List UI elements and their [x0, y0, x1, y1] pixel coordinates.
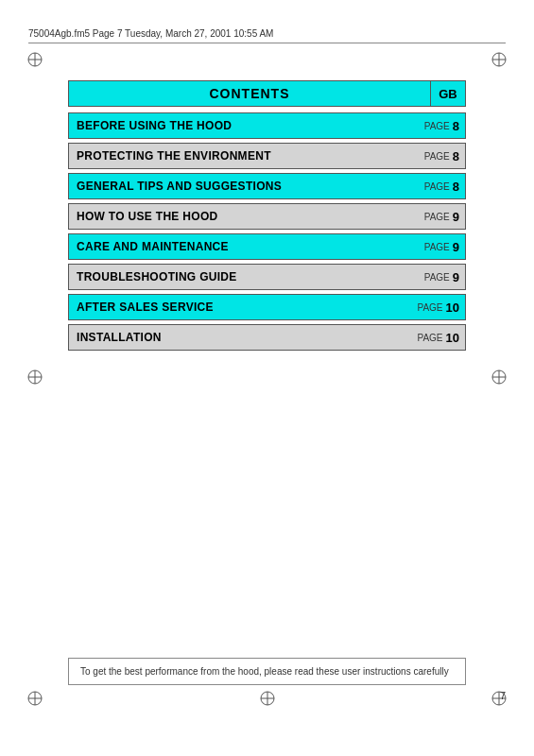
toc-page-word: PAGE: [417, 302, 442, 313]
toc-row-page: PAGE8: [410, 113, 465, 138]
toc-page-num: 10: [446, 331, 459, 345]
toc-row-label: GENERAL TIPS AND SUGGESTIONS: [69, 174, 410, 198]
toc-page-num: 8: [453, 149, 459, 163]
toc-row-label: PROTECTING THE ENVIRONMENT: [69, 144, 410, 168]
toc-row-label: AFTER SALES SERVICE: [69, 295, 410, 319]
toc-page-word: PAGE: [424, 242, 450, 252]
contents-title: CONTENTS: [68, 80, 430, 107]
toc-row: INSTALLATIONPAGE10: [68, 324, 466, 351]
toc-row: HOW TO USE THE HOODPAGE9: [68, 203, 466, 230]
contents-gb-label: GB: [430, 80, 466, 107]
toc-row-page: PAGE8: [410, 144, 465, 168]
corner-mark-bl: [26, 690, 43, 707]
toc-row: BEFORE USING THE HOODPAGE8: [68, 112, 466, 139]
toc-page-num: 9: [453, 270, 459, 284]
toc-row-page: PAGE9: [410, 265, 465, 289]
toc-page-word: PAGE: [424, 212, 450, 222]
page: 75004Agb.fm5 Page 7 Tuesday, March 27, 2…: [0, 0, 534, 756]
content-area: CONTENTS GB BEFORE USING THE HOODPAGE8PR…: [68, 80, 466, 354]
toc-page-num: 10: [446, 301, 459, 315]
toc-row-page: PAGE9: [410, 204, 465, 229]
bottom-note-text: To get the best performance from the hoo…: [80, 666, 449, 677]
corner-mark-bc: [259, 690, 276, 707]
toc-row-label: BEFORE USING THE HOOD: [69, 113, 410, 138]
corner-mark-tl: [26, 51, 43, 68]
toc-row-page: PAGE8: [410, 174, 465, 198]
header-filename: 75004Agb.fm5 Page 7 Tuesday, March 27, 2…: [28, 28, 273, 39]
toc-page-num: 9: [453, 240, 459, 254]
toc-page-word: PAGE: [417, 333, 442, 343]
toc-row-label: HOW TO USE THE HOOD: [69, 204, 410, 229]
toc-page-num: 9: [453, 210, 459, 224]
toc-row: GENERAL TIPS AND SUGGESTIONSPAGE8: [68, 173, 466, 199]
corner-mark-mr: [491, 369, 508, 386]
contents-header: CONTENTS GB: [68, 80, 466, 107]
toc-page-word: PAGE: [424, 151, 450, 162]
page-number: 7: [500, 690, 506, 701]
toc-page-word: PAGE: [424, 121, 450, 131]
toc-page-word: PAGE: [424, 181, 450, 192]
header-bar: 75004Agb.fm5 Page 7 Tuesday, March 27, 2…: [28, 28, 506, 43]
corner-mark-ml: [26, 369, 43, 386]
toc-row-label: INSTALLATION: [69, 325, 410, 350]
toc-row-label: TROUBLESHOOTING GUIDE: [69, 265, 410, 289]
toc-row-page: PAGE10: [410, 325, 465, 350]
toc-row: TROUBLESHOOTING GUIDEPAGE9: [68, 264, 466, 290]
toc-row-label: CARE AND MAINTENANCE: [69, 234, 410, 259]
toc-page-num: 8: [453, 180, 459, 194]
toc-table: BEFORE USING THE HOODPAGE8PROTECTING THE…: [68, 112, 466, 351]
toc-page-word: PAGE: [424, 272, 450, 283]
toc-page-num: 8: [453, 119, 459, 133]
corner-mark-tr: [491, 51, 508, 68]
toc-row-page: PAGE9: [410, 234, 465, 259]
toc-row-page: PAGE10: [410, 295, 465, 319]
toc-row: PROTECTING THE ENVIRONMENTPAGE8: [68, 143, 466, 169]
toc-row: AFTER SALES SERVICEPAGE10: [68, 294, 466, 320]
toc-row: CARE AND MAINTENANCEPAGE9: [68, 233, 466, 260]
bottom-note: To get the best performance from the hoo…: [68, 658, 466, 685]
